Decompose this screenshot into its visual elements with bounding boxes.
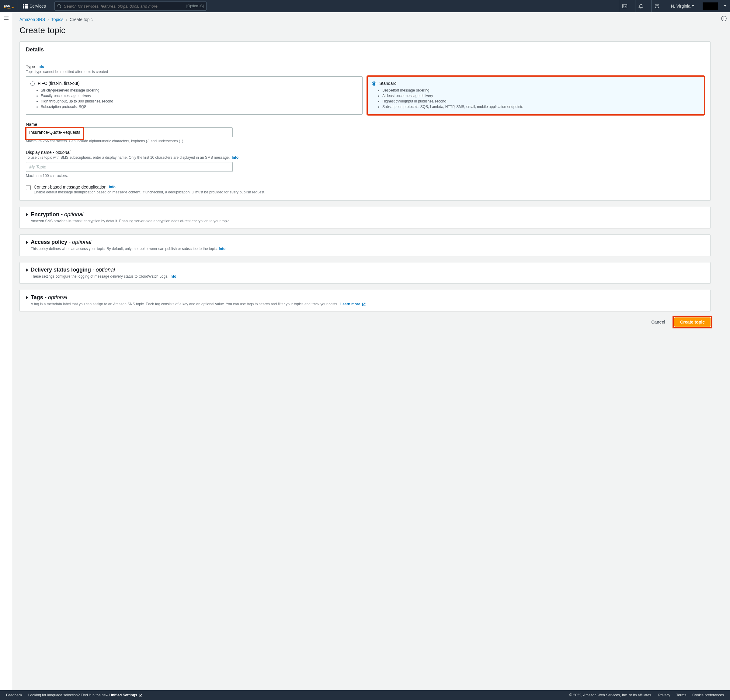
encryption-optional: - optional: [61, 211, 83, 217]
triangle-right-icon: [26, 213, 28, 216]
access-policy-info-link[interactable]: Info: [219, 246, 225, 251]
display-name-section: Display name - optional To use this topi…: [26, 150, 704, 178]
footer: Feedback Looking for language selection?…: [0, 690, 730, 700]
radio-fifo[interactable]: FIFO (first-in, first-out) Strictly-pres…: [26, 76, 362, 115]
footer-lang-prompt: Looking for language selection? Find it …: [28, 693, 143, 697]
cloudshell-button[interactable]: [619, 0, 630, 12]
type-info-link[interactable]: Info: [37, 64, 44, 69]
radio-standard[interactable]: Standard Best-effort message ordering At…: [368, 76, 704, 115]
radio-icon: [31, 82, 35, 86]
svg-point-1: [57, 4, 60, 7]
display-name-input[interactable]: [26, 162, 233, 172]
notifications-button[interactable]: [635, 0, 646, 12]
delivery-title: Delivery status logging: [31, 267, 91, 273]
chevron-right-icon: ›: [47, 17, 49, 22]
type-label: Type: [26, 64, 35, 69]
display-name-info-link[interactable]: Info: [232, 155, 238, 160]
action-bar: Cancel Create topic: [19, 318, 711, 327]
standard-bullet: Subscription protocols: SQS, Lambda, HTT…: [383, 105, 699, 109]
breadcrumb-link-topics[interactable]: Topics: [51, 17, 64, 22]
global-search[interactable]: [Option+S]: [54, 1, 207, 11]
triangle-right-icon: [26, 268, 28, 272]
info-icon: [721, 16, 727, 21]
privacy-link[interactable]: Privacy: [658, 693, 670, 697]
standard-bullet: Highest throughput in publishes/second: [383, 99, 699, 104]
details-heading: Details: [26, 47, 704, 53]
services-label: Services: [29, 4, 46, 9]
chevron-right-icon: ›: [66, 17, 67, 22]
unified-settings-link[interactable]: Unified Settings: [110, 693, 143, 697]
triangle-right-icon: [26, 296, 28, 299]
tags-optional: - optional: [45, 295, 67, 300]
fifo-bullet: Strictly-preserved message ordering: [41, 88, 358, 92]
global-nav: aws Services [Option+S] ? N. Virginia: [0, 0, 730, 12]
standard-bullet: Best-effort message ordering: [383, 88, 699, 92]
account-menu[interactable]: [702, 3, 718, 10]
dedup-section: Content-based message deduplication Info…: [26, 185, 704, 194]
access-policy-optional: - optional: [69, 239, 91, 245]
cookie-preferences-link[interactable]: Cookie preferences: [692, 693, 724, 697]
feedback-link[interactable]: Feedback: [6, 693, 22, 697]
delivery-desc: These settings configure the logging of …: [31, 274, 168, 279]
footer-copyright: © 2022, Amazon Web Services, Inc. or its…: [569, 693, 652, 697]
help-button[interactable]: ?: [651, 0, 663, 12]
external-link-icon: [362, 303, 366, 306]
help-icon: ?: [654, 4, 660, 9]
cancel-button[interactable]: Cancel: [646, 318, 671, 326]
delivery-expander[interactable]: Delivery status logging - optional These…: [19, 262, 711, 284]
svg-line-10: [364, 303, 365, 304]
name-label: Name: [26, 122, 37, 127]
bell-icon: [638, 4, 643, 9]
create-topic-button[interactable]: Create topic: [675, 318, 711, 327]
dedup-label: Content-based message deduplication: [34, 185, 107, 190]
fifo-bullet: High throughput, up to 300 publishes/sec…: [41, 99, 358, 104]
tags-expander[interactable]: Tags - optional A tag is a metadata labe…: [19, 290, 711, 311]
name-section: Name Maximum 256 characters. Can include…: [26, 122, 704, 143]
aws-logo[interactable]: aws: [4, 0, 18, 12]
breadcrumb: Amazon SNS › Topics › Create topic: [19, 17, 711, 22]
sidebar-toggle[interactable]: [4, 16, 9, 690]
right-rail: [718, 12, 730, 690]
delivery-info-link[interactable]: Info: [169, 274, 176, 279]
main-content: Amazon SNS › Topics › Create topic Creat…: [12, 12, 718, 690]
details-header: Details: [20, 42, 710, 58]
tags-learn-more-link[interactable]: Learn more: [340, 302, 366, 306]
svg-text:?: ?: [656, 4, 658, 8]
region-selector[interactable]: N. Virginia: [667, 4, 698, 9]
info-panel-toggle[interactable]: [721, 16, 727, 690]
access-policy-expander[interactable]: Access policy - optional This policy def…: [19, 235, 711, 256]
chevron-down-icon: [692, 5, 694, 7]
dedup-checkbox[interactable]: [26, 185, 31, 190]
delivery-optional: - optional: [92, 267, 115, 273]
radio-fifo-title: FIFO (first-in, first-out): [38, 81, 80, 86]
name-input[interactable]: [26, 127, 233, 137]
svg-line-2: [60, 7, 61, 8]
fifo-bullet: Subscription protocols: SQS: [41, 105, 358, 109]
name-hint: Maximum 256 characters. Can include alph…: [26, 139, 704, 143]
svg-text:aws: aws: [4, 4, 10, 7]
svg-line-14: [140, 694, 142, 696]
encryption-desc: Amazon SNS provides in-transit encryptio…: [31, 219, 704, 223]
region-label: N. Virginia: [671, 4, 691, 9]
radio-standard-title: Standard: [379, 81, 397, 86]
chevron-down-icon: [724, 5, 726, 7]
left-rail: [0, 12, 12, 690]
type-section: Type Info Topic type cannot be modified …: [26, 64, 704, 115]
services-menu[interactable]: Services: [23, 4, 50, 9]
hamburger-icon: [4, 16, 9, 20]
tags-title: Tags: [31, 295, 43, 300]
cloudshell-icon: [622, 4, 627, 9]
svg-rect-13: [724, 18, 724, 20]
triangle-right-icon: [26, 241, 28, 244]
dedup-info-link[interactable]: Info: [109, 185, 115, 189]
terms-link[interactable]: Terms: [676, 693, 686, 697]
encryption-expander[interactable]: Encryption - optional Amazon SNS provide…: [19, 207, 711, 228]
breadcrumb-link-sns[interactable]: Amazon SNS: [19, 17, 45, 22]
search-input[interactable]: [64, 4, 187, 9]
page-title: Create topic: [19, 26, 711, 35]
tags-desc: A tag is a metadata label that you can a…: [31, 302, 338, 306]
dedup-desc: Enable default message deduplication bas…: [34, 190, 265, 194]
display-name-label: Display name - optional: [26, 150, 70, 155]
radio-icon: [372, 82, 376, 86]
display-name-post-hint: Maximum 100 characters.: [26, 174, 704, 178]
